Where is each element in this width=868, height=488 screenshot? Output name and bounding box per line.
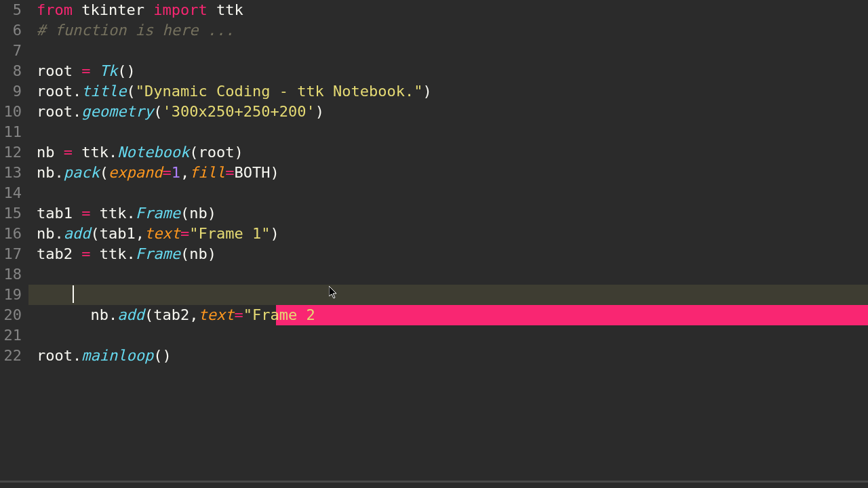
code-line[interactable]: root.mainloop()	[28, 346, 868, 366]
code-line[interactable]: root.title("Dynamic Coding - ttk Noteboo…	[28, 81, 868, 102]
line-number: 8	[0, 61, 22, 81]
line-number: 19	[0, 285, 22, 305]
code-line[interactable]	[28, 325, 868, 346]
line-number: 11	[0, 122, 22, 142]
code-line[interactable]	[28, 122, 868, 142]
code-line[interactable]: nb.add(tab1,text="Frame 1")	[28, 224, 868, 244]
code-area[interactable]: from tkinter import ttk # function is he…	[28, 0, 868, 474]
line-number: 22	[0, 346, 22, 366]
line-number: 6	[0, 20, 22, 41]
line-number: 9	[0, 81, 22, 102]
line-number: 14	[0, 183, 22, 203]
code-line[interactable]	[28, 285, 868, 305]
line-number: 15	[0, 203, 22, 224]
line-number: 10	[0, 102, 22, 122]
line-number: 13	[0, 163, 22, 183]
bottom-divider	[0, 481, 868, 483]
code-line[interactable]: root = Tk()	[28, 61, 868, 81]
line-number: 18	[0, 264, 22, 285]
line-number: 5	[0, 0, 22, 20]
code-line[interactable]: nb.add(tab2,text="Frame 2	[28, 264, 868, 285]
line-number: 12	[0, 142, 22, 163]
code-line[interactable]: root.geometry('300x250+250+200')	[28, 102, 868, 122]
code-line[interactable]	[28, 183, 868, 203]
code-editor[interactable]: 5 6 7 8 9 10 11 12 13 14 15 16 17 18 19 …	[0, 0, 868, 474]
code-line[interactable]: from tkinter import ttk	[28, 0, 868, 20]
line-number: 16	[0, 224, 22, 244]
text-cursor	[73, 285, 74, 303]
code-line[interactable]: # function is here ...	[28, 20, 868, 41]
line-number: 17	[0, 244, 22, 264]
code-line[interactable]: tab2 = ttk.Frame(nb)	[28, 244, 868, 264]
line-number: 21	[0, 325, 22, 346]
line-number: 7	[0, 41, 22, 61]
code-line[interactable]: nb = ttk.Notebook(root)	[28, 142, 868, 163]
code-line[interactable]	[28, 41, 868, 61]
line-number: 20	[0, 305, 22, 325]
code-line[interactable]: tab1 = ttk.Frame(nb)	[28, 203, 868, 224]
code-line[interactable]: nb.pack(expand=1,fill=BOTH)	[28, 163, 868, 183]
line-number-gutter: 5 6 7 8 9 10 11 12 13 14 15 16 17 18 19 …	[0, 0, 28, 474]
